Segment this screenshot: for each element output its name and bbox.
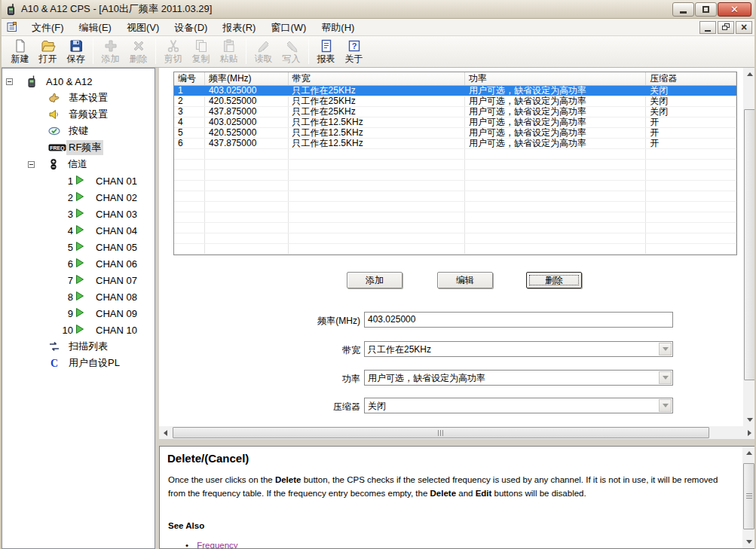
table-cell: 用户可选，缺省设定为高功率 xyxy=(465,117,646,127)
menu-item-4[interactable]: 报表(R) xyxy=(215,20,263,35)
sidebar-item-label: CHAN 08 xyxy=(93,291,139,303)
open-toolbar-button[interactable]: 打开 xyxy=(34,38,62,65)
sidebar-item-chan-07[interactable]: 7CHAN 07 xyxy=(2,272,155,288)
table-cell: 用户可选，缺省设定为高功率 xyxy=(465,96,646,106)
bandwidth-combobox[interactable]: 只工作在25KHz xyxy=(364,341,673,357)
table-cell: 2 xyxy=(174,96,205,106)
toolbar: 新建打开保存添加删除剪切复制粘贴读取写入报表?关于 xyxy=(2,36,754,68)
mdi-restore-button[interactable] xyxy=(718,21,734,34)
menu-item-1[interactable]: 编辑(E) xyxy=(72,20,119,35)
table-row[interactable]: 2420.525000只工作在25KHz用户可选，缺省设定为高功率关闭 xyxy=(174,96,736,107)
scroll-up-button[interactable] xyxy=(743,68,756,81)
close-button[interactable]: ✕ xyxy=(718,2,751,17)
table-row[interactable]: 5420.525000只工作在12.5KHz用户可选，缺省设定为高功率开 xyxy=(174,128,736,139)
table-cell: 用户可选，缺省设定为高功率 xyxy=(465,86,646,96)
sidebar-item-chan-04[interactable]: 4CHAN 04 xyxy=(2,222,155,239)
about-icon: ? xyxy=(347,38,362,53)
chevron-down-icon[interactable] xyxy=(659,371,672,384)
delete-button[interactable]: 删除 xyxy=(526,272,582,288)
column-header-0[interactable]: 编号 xyxy=(174,72,205,85)
mdi-close-button[interactable]: × xyxy=(736,21,752,34)
vertical-scroll-thumb[interactable] xyxy=(744,109,755,380)
table-cell xyxy=(289,244,465,254)
sidebar-item-chan-08[interactable]: 8CHAN 08 xyxy=(2,288,155,305)
help-scroll-thumb[interactable] xyxy=(743,463,754,529)
frequency-input[interactable]: 403.025000 xyxy=(364,312,673,328)
sidebar-item-rf频率[interactable]: FREQRF频率 xyxy=(2,139,155,156)
sidebar-item-chan-10[interactable]: 10CHAN 10 xyxy=(2,322,155,338)
sidebar-item-chan-02[interactable]: 2CHAN 02 xyxy=(2,189,155,206)
edit-button[interactable]: 编辑 xyxy=(437,272,493,288)
table-cell: 开 xyxy=(646,117,736,127)
table-row[interactable]: 4403.025000只工作在12.5KHz用户可选，缺省设定为高功率开 xyxy=(174,117,736,128)
arrow-up-icon xyxy=(747,72,753,76)
sidebar-item-chan-09[interactable]: 9CHAN 09 xyxy=(2,305,155,322)
add-button[interactable]: 添加 xyxy=(347,272,402,288)
table-cell xyxy=(174,233,205,243)
menu-item-3[interactable]: 设备(D) xyxy=(167,20,215,35)
sidebar-item-用户自设pl[interactable]: C用户自设PL xyxy=(2,355,155,371)
frequency-panel: 编号频率(MHz)带宽功率压缩器1403.025000只工作在25KHz用户可选… xyxy=(159,68,756,439)
sidebar-item-a10-&-a12[interactable]: A10 & A12 xyxy=(2,73,155,90)
power-combobox[interactable]: 用户可选，缺省设定为高功率 xyxy=(364,370,673,386)
chevron-down-icon[interactable] xyxy=(659,343,672,355)
menu-item-6[interactable]: 帮助(H) xyxy=(314,20,362,35)
delete-toolbar-button: 删除 xyxy=(124,38,152,65)
help-scroll-up-button[interactable] xyxy=(742,447,755,459)
table-cell xyxy=(174,149,205,159)
scroll-down-button[interactable] xyxy=(743,413,756,426)
sidebar-item-chan-03[interactable]: 3CHAN 03 xyxy=(2,206,155,222)
table-empty-row xyxy=(174,223,736,233)
frequency-label: 频率(MHz) xyxy=(159,315,360,328)
table-row[interactable]: 1403.025000只工作在25KHz用户可选，缺省设定为高功率关闭 xyxy=(174,86,736,96)
save-toolbar-button[interactable]: 保存 xyxy=(62,38,90,65)
compressor-combobox[interactable]: 关闭 xyxy=(364,398,673,413)
minimize-button[interactable] xyxy=(672,2,694,17)
table-empty-row xyxy=(174,244,736,255)
table-cell xyxy=(289,233,465,243)
table-cell xyxy=(205,233,289,243)
sidebar-item-基本设置[interactable]: 基本设置 xyxy=(2,90,155,106)
table-row[interactable]: 6437.875000只工作在12.5KHz用户可选，缺省设定为高功率开 xyxy=(174,139,736,149)
column-header-4[interactable]: 压缩器 xyxy=(646,72,736,85)
table-cell xyxy=(465,202,646,212)
collapse-box-icon[interactable] xyxy=(28,161,35,168)
toolbar-separator xyxy=(246,38,246,64)
column-header-1[interactable]: 频率(MHz) xyxy=(205,72,289,85)
scroll-left-button[interactable] xyxy=(159,426,172,439)
title-bar: A10 & A12 CPS - [A10出厂频率 2011.03.29] ✕ xyxy=(0,0,756,19)
table-row[interactable]: 3437.875000只工作在25KHz用户可选，缺省设定为高功率关闭 xyxy=(174,107,736,117)
sidebar-item-chan-06[interactable]: 6CHAN 06 xyxy=(2,255,155,272)
cut-toolbar-button: 剪切 xyxy=(159,38,187,65)
sidebar-item-信道[interactable]: 信道 xyxy=(2,156,155,172)
sidebar-item-chan-05[interactable]: 5CHAN 05 xyxy=(2,239,155,255)
help-scroll-down-button[interactable] xyxy=(742,535,755,548)
sidebar-item-扫描列表[interactable]: 扫描列表 xyxy=(2,338,155,355)
about-toolbar-button[interactable]: ?关于 xyxy=(340,38,368,65)
column-header-3[interactable]: 功率 xyxy=(465,72,646,85)
document-system-menu-icon[interactable] xyxy=(6,21,18,33)
sidebar-item-按键[interactable]: 按键 xyxy=(2,123,155,139)
maximize-button[interactable] xyxy=(695,2,717,17)
menu-item-2[interactable]: 视图(V) xyxy=(119,20,167,35)
menu-item-0[interactable]: 文件(F) xyxy=(24,20,72,35)
open-icon xyxy=(41,38,56,53)
arrow-down-icon xyxy=(746,540,752,544)
collapse-box-icon[interactable] xyxy=(6,78,13,85)
chevron-down-icon[interactable] xyxy=(659,399,672,412)
help-title: Delete/(Cancel) xyxy=(167,452,249,465)
report-toolbar-button[interactable]: 报表 xyxy=(312,38,340,65)
mdi-minimize-button[interactable] xyxy=(699,21,716,34)
horizontal-scroll-thumb[interactable] xyxy=(173,427,709,438)
help-bold-edit: Edit xyxy=(476,489,492,498)
panel-divider xyxy=(159,439,756,446)
sidebar-item-音频设置[interactable]: 音频设置 xyxy=(2,106,155,123)
menu-item-5[interactable]: 窗口(W) xyxy=(263,20,314,35)
channel-number: 9 xyxy=(61,308,73,319)
column-header-2[interactable]: 带宽 xyxy=(289,72,465,85)
sidebar-item-label: CHAN 01 xyxy=(93,175,139,188)
scroll-right-button[interactable] xyxy=(743,426,756,439)
new-toolbar-button[interactable]: 新建 xyxy=(6,38,34,65)
sidebar-item-chan-01[interactable]: 1CHAN 01 xyxy=(2,172,155,189)
frequency-link[interactable]: Frequency xyxy=(197,541,237,549)
